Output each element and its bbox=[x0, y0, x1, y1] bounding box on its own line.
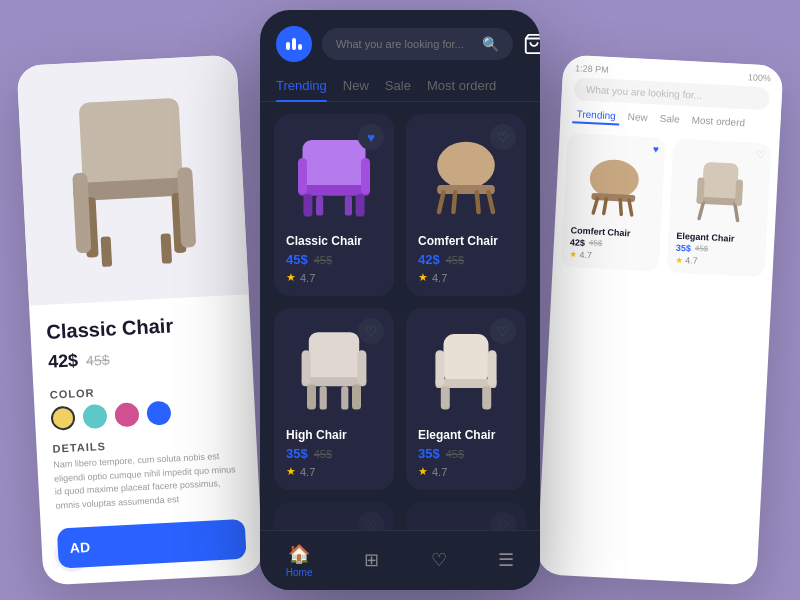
elegant-chair-price-row: 35$ 45$ bbox=[418, 446, 514, 461]
nav-heart[interactable]: ♡ bbox=[431, 549, 447, 573]
heart-empty-icon: ♡ bbox=[365, 324, 377, 339]
right-comfort-rating: ★ 4.7 bbox=[569, 249, 651, 263]
color-section: COLOR bbox=[49, 379, 239, 431]
high-chair-name: High Chair bbox=[286, 428, 382, 442]
tab-new[interactable]: New bbox=[343, 70, 369, 101]
cart-icon-svg bbox=[523, 33, 540, 55]
comfort-rating-num: 4.7 bbox=[432, 272, 447, 284]
color-dots bbox=[50, 397, 239, 431]
elegant-chair-rating: ★ 4.7 bbox=[418, 465, 514, 478]
right-elegant-img bbox=[677, 147, 763, 231]
left-product-title: Classic Chair bbox=[46, 311, 235, 344]
logo-bars-icon bbox=[286, 38, 302, 50]
right-time: 1:28 PM bbox=[575, 63, 609, 75]
tab-sale[interactable]: Sale bbox=[385, 70, 411, 101]
nav-menu[interactable]: ☰ bbox=[498, 549, 514, 573]
high-rating-num: 4.7 bbox=[300, 466, 315, 478]
product-card-elegant[interactable]: ♡ Elegant Chair 35$ 45$ ★ 4.7 bbox=[406, 308, 526, 490]
right-header: 1:28 PM 100% What you are looking for...… bbox=[560, 55, 783, 134]
svg-rect-21 bbox=[303, 140, 366, 190]
search-input[interactable] bbox=[336, 38, 474, 50]
product-card-comfort[interactable]: ♡ Comfert Chair 42$ 45$ ★ 4.7 bbox=[406, 114, 526, 296]
svg-rect-38 bbox=[352, 384, 361, 409]
right-tab-mostorderd[interactable]: Most orderd bbox=[687, 112, 749, 132]
nav-home[interactable]: 🏠 Home bbox=[286, 543, 313, 578]
comfort-chair-svg bbox=[577, 147, 651, 221]
cart-button[interactable] bbox=[523, 30, 540, 58]
color-dot-yellow[interactable] bbox=[50, 406, 75, 431]
left-detail-card: Classic Chair 42$ 45$ COLOR DETAILS Nam … bbox=[17, 55, 264, 586]
color-dot-teal[interactable] bbox=[82, 404, 107, 429]
svg-rect-19 bbox=[735, 179, 743, 206]
star-icon: ★ bbox=[286, 271, 296, 284]
comfort-chair-price-row: 42$ 45$ bbox=[418, 252, 514, 267]
high-heart-button[interactable]: ♡ bbox=[358, 318, 384, 344]
elegant-heart-button[interactable]: ♡ bbox=[490, 318, 516, 344]
right-heart-elegant[interactable]: ♡ bbox=[756, 149, 766, 160]
left-price-current: 42$ bbox=[48, 350, 79, 373]
right-tab-trending[interactable]: Trending bbox=[572, 106, 620, 125]
right-comfort-price: 42$ bbox=[570, 237, 586, 248]
svg-line-33 bbox=[453, 192, 455, 212]
search-icon: 🔍 bbox=[482, 36, 499, 52]
comfort-chair-old-price: 45$ bbox=[446, 254, 464, 266]
details-section: DETAILS Nam libero tempore, cum soluta n… bbox=[52, 433, 243, 513]
svg-line-34 bbox=[477, 192, 479, 212]
svg-rect-42 bbox=[357, 350, 366, 384]
product-card-classic[interactable]: ♥ Classic Chair 45$ 45$ bbox=[274, 114, 394, 296]
color-dot-pink[interactable] bbox=[114, 402, 139, 427]
heart-filled-icon: ♥ bbox=[367, 130, 375, 145]
svg-rect-4 bbox=[101, 236, 113, 266]
right-tab-sale[interactable]: Sale bbox=[655, 111, 684, 129]
product-card-high[interactable]: ♡ High Chair 35$ 45$ ★ bbox=[274, 308, 394, 490]
svg-rect-39 bbox=[320, 386, 327, 409]
svg-point-29 bbox=[437, 142, 495, 189]
right-tab-new[interactable]: New bbox=[623, 109, 652, 127]
right-product-comfort[interactable]: ♥ Comfert Chair 42$ 45$ ★ 4.7 bbox=[561, 133, 666, 272]
star-icon: ★ bbox=[418, 271, 428, 284]
heart-empty-icon: ♡ bbox=[497, 130, 509, 145]
classic-chair-old-price: 45$ bbox=[314, 254, 332, 266]
details-text: Nam libero tempore, cum soluta nobis est… bbox=[53, 449, 244, 513]
right-tabs: Trending New Sale Most orderd bbox=[572, 106, 769, 133]
left-chair-image bbox=[17, 55, 249, 306]
svg-line-11 bbox=[628, 200, 632, 215]
classic-chair-name: Classic Chair bbox=[286, 234, 382, 248]
search-bar[interactable]: 🔍 bbox=[322, 28, 513, 60]
color-dot-blue[interactable] bbox=[146, 401, 171, 426]
high-chair-price: 35$ bbox=[286, 446, 308, 461]
comfort-chair-rating: ★ 4.7 bbox=[418, 271, 514, 284]
heart-empty-icon: ♡ bbox=[497, 324, 509, 339]
add-to-cart-button[interactable]: AD bbox=[57, 519, 247, 569]
elegant-chair-price: 35$ bbox=[418, 446, 440, 461]
svg-rect-23 bbox=[303, 194, 312, 217]
svg-line-13 bbox=[619, 200, 622, 215]
tab-trending[interactable]: Trending bbox=[276, 70, 327, 101]
right-browse-card: 1:28 PM 100% What you are looking for...… bbox=[537, 55, 784, 586]
svg-line-17 bbox=[734, 204, 738, 221]
products-grid: ♥ Classic Chair 45$ 45$ bbox=[260, 114, 540, 564]
classic-chair-illustration bbox=[48, 76, 218, 284]
high-chair-old-price: 45$ bbox=[314, 448, 332, 460]
svg-rect-25 bbox=[316, 196, 323, 216]
tab-mostorderd[interactable]: Most orderd bbox=[427, 70, 496, 101]
nav-grid[interactable]: ⊞ bbox=[364, 549, 379, 573]
right-elegant-price: 35$ bbox=[676, 243, 692, 254]
star-icon: ★ bbox=[418, 465, 428, 478]
svg-rect-46 bbox=[482, 386, 491, 409]
comfort-heart-button[interactable]: ♡ bbox=[490, 124, 516, 150]
high-chair-rating: ★ 4.7 bbox=[286, 465, 382, 478]
right-elegant-rating: ★ 4.7 bbox=[675, 255, 757, 269]
right-search-bar[interactable]: What you are looking for... bbox=[573, 77, 770, 110]
center-header: 🔍 bbox=[260, 10, 540, 70]
right-battery: 100% bbox=[748, 72, 772, 83]
svg-rect-30 bbox=[437, 185, 495, 194]
classic-heart-button[interactable]: ♥ bbox=[358, 124, 384, 150]
right-product-elegant[interactable]: ♡ Elegant Chair 35$ 45$ ★ 4.7 bbox=[667, 138, 772, 277]
right-heart-comfort[interactable]: ♥ bbox=[653, 143, 660, 154]
comfort-chair-price: 42$ bbox=[418, 252, 440, 267]
logo-bar-1 bbox=[286, 42, 290, 50]
star-icon: ★ bbox=[675, 255, 684, 265]
svg-rect-41 bbox=[302, 350, 311, 384]
nav-home-label: Home bbox=[286, 567, 313, 578]
